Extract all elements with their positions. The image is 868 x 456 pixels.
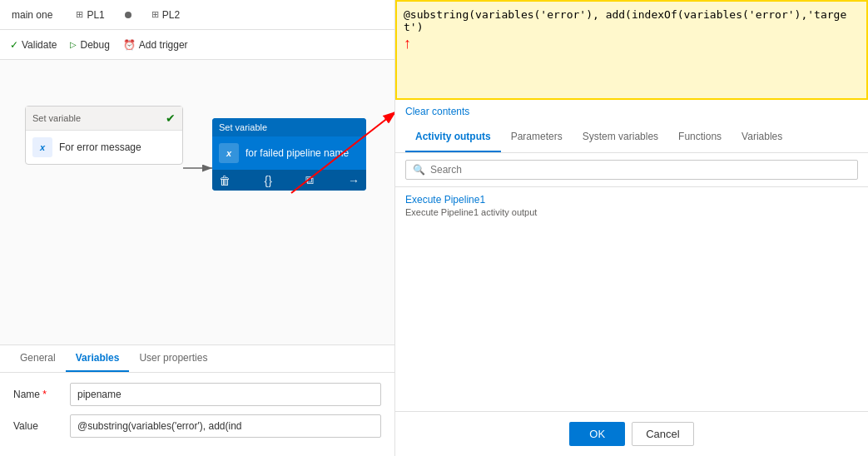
node2-copy-button[interactable]: ⧉ (305, 173, 314, 187)
form-name-label-text: Name (13, 389, 40, 400)
node2-delete-button[interactable]: 🗑 (219, 174, 231, 187)
red-arrow-indicator: ↑ (404, 35, 411, 52)
activity-item-subtitle: Execute Pipeline1 activity output (405, 207, 858, 217)
right-tab-system-variables[interactable]: System variables (573, 122, 668, 152)
clear-contents-link[interactable]: Clear contents (405, 106, 469, 117)
node2-body: x for failed pipeline name (212, 136, 366, 170)
tab-user-properties[interactable]: User properties (129, 345, 217, 372)
clear-contents-container: Clear contents (395, 100, 868, 122)
activity-item-title[interactable]: Execute Pipeline1 (405, 194, 858, 206)
tab-pl2[interactable]: ⊞ PL2 (146, 6, 185, 24)
add-trigger-icon: ⏰ (123, 39, 136, 51)
right-tab-activity-outputs-label: Activity outputs (415, 131, 491, 142)
tab-pl1[interactable]: ⊞ PL1 (71, 6, 109, 24)
node1-icon: x (32, 137, 52, 157)
form-name-required: * (42, 389, 47, 400)
pl1-icon: ⊞ (76, 9, 83, 20)
expression-area: ↑ @substring(variables('error'), add(ind… (395, 0, 868, 100)
node1-label: For error message (59, 141, 141, 153)
form-value-label-text: Value (13, 420, 38, 432)
tab-general[interactable]: General (10, 345, 66, 372)
node1-header-title: Set variable (32, 113, 81, 123)
node2-header-title: Set variable (219, 122, 267, 132)
node1-body: x For error message (26, 131, 182, 164)
debug-label: Debug (80, 39, 109, 51)
form-name-label: Name * (13, 389, 63, 400)
node2-label-text: for failed pipeline name (246, 147, 349, 159)
node1-header: Set variable ✔ (26, 107, 182, 131)
form-name-row: Name * (13, 383, 381, 406)
right-tab-parameters-label: Parameters (511, 131, 563, 142)
node2-label-container: for failed pipeline name (246, 147, 349, 159)
search-box: 🔍 (405, 160, 858, 180)
validate-icon: ✓ (10, 39, 18, 51)
form-value-label: Value (13, 420, 63, 432)
tab-separator-dot (125, 12, 131, 18)
right-tab-parameters[interactable]: Parameters (501, 122, 573, 152)
activity-list: Execute Pipeline1 Execute Pipeline1 acti… (395, 187, 868, 224)
node2-code-button[interactable]: {} (265, 174, 272, 187)
node2-toolbar: 🗑 {} ⧉ → (212, 170, 366, 191)
right-tab-variables-label: Variables (742, 131, 782, 142)
debug-icon: ▷ (70, 40, 77, 49)
bottom-section: General Variables User properties Name * (0, 344, 394, 456)
set-variable-node-2[interactable]: Set variable x for failed pipeline name … (212, 118, 366, 191)
node2-header: Set variable (212, 118, 366, 136)
tab-variables[interactable]: Variables (66, 345, 130, 372)
left-panel: main one ⊞ PL1 ⊞ PL2 ✓ Validate ▷ Debug (0, 0, 395, 456)
cancel-button[interactable]: Cancel (632, 422, 693, 446)
bottom-tabs: General Variables User properties (0, 345, 394, 373)
search-input[interactable] (430, 164, 851, 176)
right-tab-system-variables-label: System variables (583, 131, 658, 142)
pl2-icon: ⊞ (151, 9, 159, 20)
node1-success-icon: ✔ (166, 112, 176, 125)
form-value-input[interactable] (70, 414, 381, 438)
tab-user-properties-label: User properties (139, 352, 207, 364)
search-box-container: 🔍 (395, 153, 868, 187)
activity-item: Execute Pipeline1 Execute Pipeline1 acti… (405, 194, 858, 217)
right-tab-functions[interactable]: Functions (668, 122, 732, 152)
tab-pl1-label: PL1 (87, 9, 104, 21)
node2-icon: x (219, 143, 239, 163)
validate-button[interactable]: ✓ Validate (10, 39, 57, 51)
add-trigger-button[interactable]: ⏰ Add trigger (123, 39, 188, 51)
search-icon: 🔍 (413, 164, 425, 176)
right-tabs: Activity outputs Parameters System varia… (395, 122, 868, 153)
validate-label: Validate (22, 39, 57, 51)
right-tab-activity-outputs[interactable]: Activity outputs (405, 122, 501, 152)
add-trigger-label: Add trigger (139, 39, 188, 51)
tab-main-one[interactable]: main one (7, 6, 57, 24)
right-footer: OK Cancel (395, 411, 868, 456)
debug-button[interactable]: ▷ Debug (70, 39, 109, 51)
tab-general-label: General (20, 352, 56, 364)
canvas-area: Set variable ✔ x For error message Set v… (0, 60, 394, 344)
toolbar: ✓ Validate ▷ Debug ⏰ Add trigger (0, 30, 394, 60)
expression-text: @substring(variables('error'), add(index… (404, 8, 860, 33)
tab-bar: main one ⊞ PL1 ⊞ PL2 (0, 0, 394, 30)
form-section: Name * Value (0, 373, 394, 456)
tab-variables-label: Variables (76, 352, 120, 364)
right-tab-variables[interactable]: Variables (732, 122, 792, 152)
node2-label: for failed pipeline name (246, 147, 349, 159)
set-variable-node-1[interactable]: Set variable ✔ x For error message (25, 106, 183, 165)
form-name-input[interactable] (70, 383, 381, 406)
node2-next-button[interactable]: → (348, 174, 360, 187)
ok-button[interactable]: OK (569, 422, 625, 446)
tab-pl2-label: PL2 (162, 9, 180, 21)
form-value-row: Value (13, 414, 381, 438)
right-tab-functions-label: Functions (678, 131, 722, 142)
tab-main-one-label: main one (12, 9, 52, 21)
right-panel: ↑ @substring(variables('error'), add(ind… (395, 0, 868, 456)
